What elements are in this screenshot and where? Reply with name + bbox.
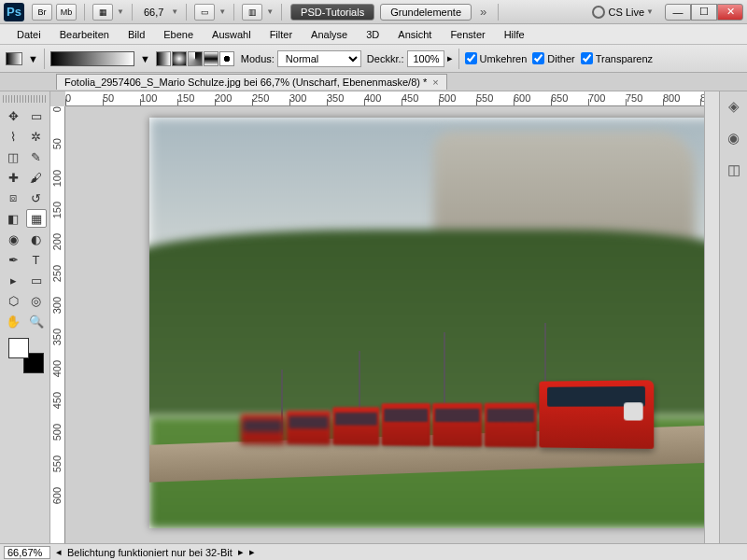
crop-tool[interactable]: ◫	[3, 147, 23, 166]
gradient-reflected[interactable]	[204, 51, 218, 66]
gradient-diamond[interactable]	[219, 51, 234, 66]
document-tab-title: Fotolia_2957406_S_Mario Schulze.jpg bei …	[64, 77, 427, 88]
transparenz-checkbox[interactable]: Transparenz	[581, 52, 653, 64]
move-tool[interactable]: ✥	[3, 106, 23, 125]
eraser-tool[interactable]: ◧	[3, 209, 23, 228]
tab-close-icon[interactable]: ×	[432, 77, 438, 88]
menu-auswahl[interactable]: Auswahl	[203, 26, 261, 43]
dodge-tool[interactable]: ◐	[26, 230, 47, 248]
menu-datei[interactable]: Datei	[7, 26, 50, 43]
quickselect-tool[interactable]: ✲	[26, 127, 47, 146]
right-panels: ◈ ◉ ◫	[719, 91, 747, 543]
zoom-tool[interactable]: 🔍	[26, 312, 47, 330]
gradient-type-group	[156, 51, 235, 66]
type-tool[interactable]: T	[26, 250, 47, 269]
menu-analyse[interactable]: Analyse	[302, 26, 357, 43]
menu-ebene[interactable]: Ebene	[154, 26, 203, 43]
workspace-psdtutorials[interactable]: PSD-Tutorials	[290, 4, 374, 21]
status-message: Belichtung funktioniert nur bei 32-Bit	[67, 547, 233, 558]
maximize-button[interactable]: ☐	[691, 4, 717, 21]
foreground-swatch[interactable]	[8, 338, 29, 358]
cslive-label: CS Live	[609, 7, 645, 18]
brush-tool[interactable]: 🖌	[26, 168, 47, 187]
chevron-down-icon: ▼	[218, 7, 226, 16]
modus-select[interactable]: Normal	[277, 50, 361, 67]
bridge-button[interactable]: Br	[32, 4, 52, 21]
arrange-docs-button[interactable]: ▦	[92, 4, 113, 21]
menu-bild[interactable]: Bild	[119, 26, 154, 43]
close-button[interactable]: ✕	[717, 4, 743, 21]
workspace-more-icon[interactable]: »	[474, 5, 492, 19]
eyedropper-tool[interactable]: ✎	[26, 147, 47, 166]
layers-panel-icon[interactable]: ◈	[725, 97, 743, 116]
options-bar: ▼ ▼ Modus: Normal Deckkr.: ▸ Umkehren Di…	[0, 45, 747, 73]
modus-label: Modus: Normal	[241, 50, 361, 67]
gradient-picker[interactable]	[50, 51, 134, 66]
opacity-input[interactable]	[407, 50, 444, 67]
cslive-icon	[592, 6, 605, 19]
gradient-angle[interactable]	[188, 51, 203, 66]
gradient-linear[interactable]	[156, 51, 171, 66]
menu-fenster[interactable]: Fenster	[441, 26, 494, 43]
document-canvas[interactable]	[149, 118, 704, 528]
workspace-grundelemente[interactable]: Grundelemente	[380, 4, 472, 21]
document-tabs: Fotolia_2957406_S_Mario Schulze.jpg bei …	[0, 73, 747, 91]
color-swatches[interactable]	[8, 338, 44, 373]
menu-filter[interactable]: Filter	[261, 26, 302, 43]
paths-panel-icon[interactable]: ◫	[725, 161, 743, 179]
menu-hilfe[interactable]: Hilfe	[495, 26, 534, 43]
umkehren-checkbox[interactable]: Umkehren	[465, 52, 528, 64]
horizontal-ruler[interactable]: 0501001502002503003504004505005506006507…	[65, 91, 704, 106]
gradient-radial[interactable]	[172, 51, 187, 66]
pen-tool[interactable]: ✒	[3, 250, 23, 269]
blur-tool[interactable]: ◉	[3, 230, 23, 248]
3d-tool[interactable]: ⬡	[3, 291, 23, 310]
chevron-down-icon: ▼	[266, 7, 274, 16]
minibridge-button[interactable]: Mb	[56, 4, 77, 21]
gradient-tool[interactable]: ▦	[26, 209, 47, 228]
chevron-down-icon: ▼	[117, 7, 124, 16]
titlebar: Ps Br Mb ▦▼ 66,7▼ ▭▼ ▥▼ PSD-Tutorials Gr…	[0, 0, 747, 24]
status-bar: ◂ Belichtung funktioniert nur bei 32-Bit…	[0, 543, 747, 560]
chevron-down-icon: ▼	[646, 7, 654, 16]
zoom-field[interactable]	[4, 546, 50, 559]
chevron-down-icon: ▼	[171, 7, 178, 16]
status-nav-left[interactable]: ◂	[56, 546, 62, 558]
hand-tool[interactable]: ✋	[3, 312, 23, 330]
window-controls: — ☐ ✕	[665, 4, 743, 21]
3d-camera-tool[interactable]: ◎	[26, 291, 47, 310]
zoom-level[interactable]: 66,7	[138, 7, 169, 18]
screen-mode-button[interactable]: ▭	[194, 4, 215, 21]
ps-logo: Ps	[4, 3, 24, 21]
history-brush-tool[interactable]: ↺	[26, 189, 47, 207]
document-tab[interactable]: Fotolia_2957406_S_Mario Schulze.jpg bei …	[56, 74, 447, 90]
work-area: 0501001502002503003504004505005506006507…	[50, 91, 704, 543]
image-train	[241, 378, 654, 449]
vertical-scrollbar[interactable]	[704, 91, 719, 543]
menu-bearbeiten[interactable]: Bearbeiten	[50, 26, 119, 43]
deckkr-label: Deckkr.: ▸	[367, 50, 453, 67]
stamp-tool[interactable]: ⧇	[3, 189, 23, 207]
healing-tool[interactable]: ✚	[3, 168, 23, 187]
shape-tool[interactable]: ▭	[26, 271, 47, 289]
canvas-area[interactable]	[65, 106, 704, 543]
gradient-tool-icon[interactable]	[6, 52, 22, 65]
marquee-tool[interactable]: ▭	[26, 106, 47, 125]
channels-panel-icon[interactable]: ◉	[725, 129, 743, 147]
vertical-ruler[interactable]: 050100150200250300350400450500550600	[50, 106, 65, 543]
tool-panel: ✥ ▭ ⌇ ✲ ◫ ✎ ✚ 🖌 ⧇ ↺ ◧ ▦ ◉ ◐ ✒ T ▸ ▭ ⬡ ◎ …	[0, 91, 50, 543]
menu-3d[interactable]: 3D	[357, 26, 388, 43]
cslive-button[interactable]: CS Live ▼	[592, 6, 655, 19]
minimize-button[interactable]: —	[665, 4, 691, 21]
status-nav-right[interactable]: ▸	[238, 546, 244, 558]
dither-checkbox[interactable]: Dither	[532, 52, 574, 64]
menubar: Datei Bearbeiten Bild Ebene Auswahl Filt…	[0, 24, 747, 45]
path-select-tool[interactable]: ▸	[3, 271, 23, 289]
menu-ansicht[interactable]: Ansicht	[388, 26, 441, 43]
extras-button[interactable]: ▥	[242, 4, 262, 21]
status-dropdown[interactable]: ▸	[249, 546, 255, 558]
lasso-tool[interactable]: ⌇	[3, 127, 23, 146]
panel-grip[interactable]	[3, 95, 47, 103]
